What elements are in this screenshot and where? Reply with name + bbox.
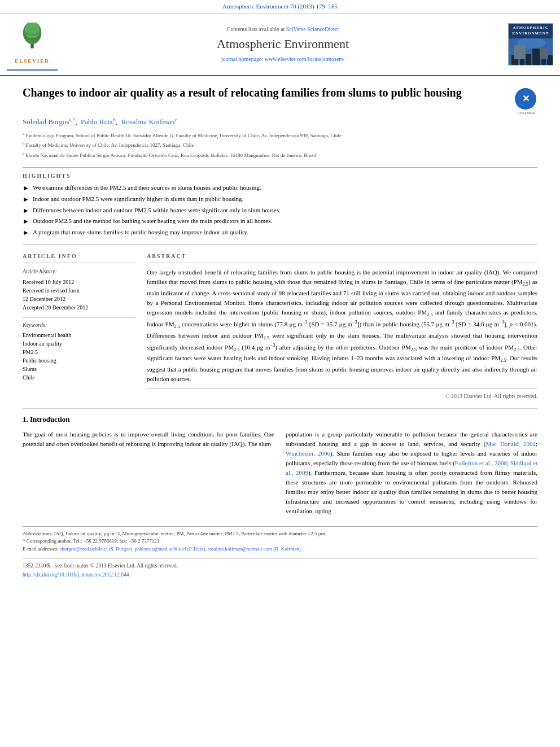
highlight-2: ► Indoor and outdoor PM2.5 were signific… bbox=[23, 195, 537, 204]
footnotes-section: Abbreviations: IAQ, Indoor air quality; … bbox=[23, 526, 537, 553]
intro-right-para: population is a group particularly vulne… bbox=[286, 430, 537, 516]
city-skyline-icon bbox=[509, 38, 553, 65]
doi-link[interactable]: http://dx.doi.org/10.1016/j.atmosenv.201… bbox=[23, 572, 129, 578]
arrow-icon-3: ► bbox=[23, 206, 29, 216]
author-1: Soledad Burgos bbox=[23, 117, 69, 126]
svg-rect-4 bbox=[511, 55, 518, 65]
arrow-icon-1: ► bbox=[23, 184, 29, 193]
svg-rect-9 bbox=[547, 55, 553, 65]
highlight-5: ► A program that move slums families to … bbox=[23, 228, 537, 238]
affiliation-b: b Faculty of Medicine, University of Chi… bbox=[23, 141, 537, 150]
sciverse-line: Contents lists available at SciVerse Sci… bbox=[63, 25, 502, 33]
article-info-column: ARTICLE INFO Article history: Received 1… bbox=[23, 252, 135, 400]
elsevier-label: ELSEVIER bbox=[15, 58, 50, 65]
highlight-1: ► We examine differences in the PM2.5 an… bbox=[23, 184, 537, 193]
keyword-1: Environmental health bbox=[23, 331, 135, 339]
sciverse-link[interactable]: SciVerse ScienceDirect bbox=[286, 26, 339, 32]
info-abstract-section: ARTICLE INFO Article history: Received 1… bbox=[23, 252, 537, 400]
email-footnote: E-mail addresses: sburgos@med.uchile.cl … bbox=[23, 545, 537, 553]
copyright-text: © 2013 Elsevier Ltd. All rights reserved… bbox=[147, 388, 537, 400]
keywords-label: Keywords: bbox=[23, 321, 135, 329]
journal-citation-text: Atmospheric Environment 70 (2013) 179–18… bbox=[222, 3, 338, 10]
keyword-5: Slums bbox=[23, 365, 135, 373]
svg-rect-6 bbox=[526, 54, 531, 65]
arrow-icon-4: ► bbox=[23, 217, 29, 226]
intro-left-column: The goal of most housing policies is to … bbox=[23, 430, 274, 521]
journal-title: Atmospheric Environment bbox=[63, 36, 502, 53]
intro-section-title: 1. Introduction bbox=[23, 414, 537, 425]
keyword-6: Chile bbox=[23, 374, 135, 382]
highlight-4: ► Outdoor PM2.5 and the method for bathi… bbox=[23, 217, 537, 226]
keyword-4: Public housing bbox=[23, 357, 135, 365]
issn-line: 1352-2310/$ – see front matter © 2013 El… bbox=[23, 562, 537, 570]
abbreviations-footnote: Abbreviations: IAQ, Indoor air quality; … bbox=[23, 530, 537, 538]
affiliations: a Epidemiology Program, School of Public… bbox=[23, 131, 537, 160]
svg-rect-5 bbox=[520, 51, 524, 65]
history-label: Article history: bbox=[23, 268, 135, 276]
author-2: Pablo Ruiz bbox=[81, 117, 113, 126]
highlights-section: HIGHLIGHTS ► We examine differences in t… bbox=[23, 167, 537, 244]
highlights-title: HIGHLIGHTS bbox=[23, 172, 537, 180]
journal-center-info: Contents lists available at SciVerse Sci… bbox=[63, 25, 502, 63]
introduction-section: 1. Introduction The goal of most housing… bbox=[23, 408, 537, 521]
atmos-env-logo: ATMOSPHERICENVIRONMENT bbox=[508, 23, 553, 65]
article-info-title: ARTICLE INFO bbox=[23, 252, 135, 263]
abstract-text: One largely unstudied benefit of relocat… bbox=[147, 268, 537, 384]
atmos-logo-image bbox=[509, 38, 553, 65]
main-content: Changes to indoor air quality as a resul… bbox=[0, 76, 560, 589]
ref-fullerton[interactable]: Fullerton et al., 2008 bbox=[455, 460, 507, 466]
crossmark-icon: ✕ bbox=[515, 88, 536, 110]
crossmark-label: CrossMark bbox=[515, 111, 537, 116]
svg-rect-8 bbox=[541, 53, 546, 65]
article-title-section: Changes to indoor air quality as a resul… bbox=[23, 85, 537, 111]
affiliation-c: c Escola Nacional de Saúde Pública Sergi… bbox=[23, 151, 537, 160]
intro-left-para: The goal of most housing policies is to … bbox=[23, 430, 274, 449]
elsevier-tree-icon bbox=[15, 23, 49, 51]
ref-winchester[interactable]: Winchester, 2006 bbox=[286, 450, 330, 457]
bottom-bar: 1352-2310/$ – see front matter © 2013 El… bbox=[23, 558, 537, 579]
crossmark-badge: ✕ CrossMark bbox=[515, 88, 537, 111]
highlight-3: ► Differences between indoor and outdoor… bbox=[23, 206, 537, 216]
keyword-2: Indoor air quality bbox=[23, 340, 135, 348]
elsevier-logo: ELSEVIER bbox=[7, 18, 58, 71]
journal-homepage[interactable]: journal homepage: www.elsevier.com/locat… bbox=[63, 55, 502, 63]
abstract-column: ABSTRACT One largely unstudied benefit o… bbox=[147, 252, 537, 400]
affiliation-a: a Epidemiology Program, School of Public… bbox=[23, 131, 537, 140]
journal-citation-bar: Atmospheric Environment 70 (2013) 179–18… bbox=[0, 0, 560, 14]
abstract-title: ABSTRACT bbox=[147, 252, 537, 263]
corresponding-footnote: * Corresponding author. Tel.: +56 22 978… bbox=[23, 538, 537, 545]
keywords-section: Keywords: Environmental health Indoor ai… bbox=[23, 317, 135, 382]
intro-right-column: population is a group particularly vulne… bbox=[286, 430, 537, 521]
keyword-3: PM2.5 bbox=[23, 348, 135, 356]
article-title: Changes to indoor air quality as a resul… bbox=[23, 85, 509, 100]
arrow-icon-5: ► bbox=[23, 228, 29, 238]
atmos-logo-text: ATMOSPHERICENVIRONMENT bbox=[509, 24, 553, 38]
intro-two-col: The goal of most housing policies is to … bbox=[23, 430, 537, 521]
arrow-icon-2: ► bbox=[23, 195, 29, 204]
doi-line: http://dx.doi.org/10.1016/j.atmosenv.201… bbox=[23, 571, 537, 579]
author-3: Rosalina Koifman bbox=[121, 117, 175, 126]
journal-header: ELSEVIER Contents lists available at Sci… bbox=[0, 14, 560, 76]
ref-macdonald[interactable]: Mac Donald, 2004 bbox=[485, 440, 536, 447]
svg-rect-7 bbox=[532, 49, 540, 65]
email-links[interactable]: sburgos@med.uchile.cl (S. Burgos), pablo… bbox=[60, 546, 302, 552]
history-received: Received 10 July 2012 Received in revise… bbox=[23, 278, 135, 312]
authors-line: Soledad Burgosa,*, Pablo Ruizb, Rosalina… bbox=[23, 116, 537, 128]
